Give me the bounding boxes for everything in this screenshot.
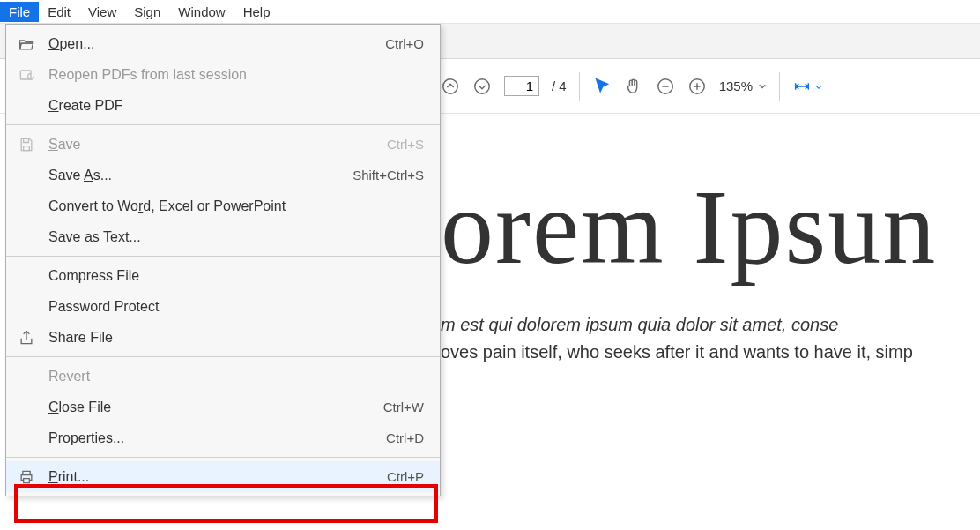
menu-item-close[interactable]: Close File Ctrl+W xyxy=(6,392,440,422)
menu-item-label: Convert to Word, Excel or PowerPoint xyxy=(48,198,424,214)
menu-item-shortcut: Ctrl+O xyxy=(385,36,424,51)
svg-point-0 xyxy=(443,78,458,93)
menu-separator xyxy=(6,124,440,125)
save-icon xyxy=(15,136,38,153)
menu-item-label: Save as Text... xyxy=(48,229,424,245)
page-total: / 4 xyxy=(552,78,567,93)
folder-open-icon xyxy=(15,35,38,53)
chevron-down-icon xyxy=(758,78,767,93)
menu-separator xyxy=(6,457,440,458)
menu-item-shortcut: Ctrl+W xyxy=(383,399,424,414)
menu-view[interactable]: View xyxy=(79,2,125,22)
menu-item-label: Reopen PDFs from last session xyxy=(48,67,424,83)
menu-item-label: Save xyxy=(48,137,387,153)
menu-window[interactable]: Window xyxy=(169,2,234,22)
menu-item-share[interactable]: Share File xyxy=(6,322,440,353)
menu-item-shortcut: Ctrl+P xyxy=(387,469,424,484)
menu-item-label: Compress File xyxy=(48,268,424,284)
menu-item-save-text[interactable]: Save as Text... xyxy=(6,221,440,252)
zoom-out-icon[interactable] xyxy=(656,77,675,96)
menu-item-properties[interactable]: Properties... Ctrl+D xyxy=(6,422,440,453)
menu-item-label: Open... xyxy=(48,36,385,52)
menu-item-label: Create PDF xyxy=(48,98,424,114)
document-content: orem Ipsun m est qui dolorem ipsum quia … xyxy=(441,114,980,530)
menu-item-shortcut: Ctrl+S xyxy=(387,137,424,152)
document-line-2: oves pain itself, who seeks after it and… xyxy=(441,342,980,362)
menu-file[interactable]: File xyxy=(0,2,39,22)
menu-item-shortcut: Shift+Ctrl+S xyxy=(353,168,424,183)
menu-item-reopen: Reopen PDFs from last session xyxy=(6,59,440,90)
menu-item-save: Save Ctrl+S xyxy=(6,129,440,160)
document-line-1: m est qui dolorem ipsum quia dolor sit a… xyxy=(441,315,980,335)
menu-item-label: Password Protect xyxy=(48,299,424,315)
hand-tool-icon[interactable] xyxy=(624,77,643,96)
svg-point-1 xyxy=(475,78,490,93)
separator xyxy=(579,72,580,101)
menu-item-password[interactable]: Password Protect xyxy=(6,291,440,322)
menu-separator xyxy=(6,256,440,257)
menu-item-create-pdf[interactable]: Create PDF xyxy=(6,90,440,121)
menu-item-shortcut: Ctrl+D xyxy=(386,430,424,445)
menu-item-label: Save As... xyxy=(48,168,353,183)
share-icon xyxy=(15,329,38,347)
menubar: File Edit View Sign Window Help xyxy=(0,0,980,24)
selection-tool-icon[interactable] xyxy=(592,77,612,96)
menu-sign[interactable]: Sign xyxy=(125,2,169,22)
page-number-input[interactable] xyxy=(504,76,539,96)
menu-edit[interactable]: Edit xyxy=(39,2,79,22)
zoom-select[interactable]: 135% xyxy=(719,78,767,93)
menu-item-open[interactable]: Open... Ctrl+O xyxy=(6,28,440,59)
menu-item-compress[interactable]: Compress File xyxy=(6,260,440,291)
file-dropdown: Open... Ctrl+O Reopen PDFs from last ses… xyxy=(5,24,441,496)
svg-rect-4 xyxy=(20,71,31,79)
chevron-down-icon[interactable] xyxy=(815,78,822,93)
separator xyxy=(779,72,780,101)
print-icon xyxy=(15,468,38,486)
fit-width-icon[interactable] xyxy=(792,77,812,96)
page-down-icon[interactable] xyxy=(472,77,492,96)
document-title: orem Ipsun xyxy=(441,167,980,288)
menu-item-label: Share File xyxy=(48,330,424,346)
menu-help[interactable]: Help xyxy=(234,2,279,22)
menu-item-print[interactable]: Print... Ctrl+P xyxy=(6,461,440,492)
reopen-icon xyxy=(15,66,38,84)
zoom-value: 135% xyxy=(719,78,753,93)
menu-item-save-as[interactable]: Save As... Shift+Ctrl+S xyxy=(6,160,440,190)
menu-item-label: Print... xyxy=(48,469,387,485)
menu-item-label: Revert xyxy=(48,369,424,384)
menu-separator xyxy=(6,356,440,357)
page-up-icon[interactable] xyxy=(441,77,460,96)
zoom-in-icon[interactable] xyxy=(687,77,707,96)
menu-item-convert[interactable]: Convert to Word, Excel or PowerPoint xyxy=(6,190,440,221)
menu-item-label: Properties... xyxy=(48,430,386,446)
menu-item-label: Close File xyxy=(48,399,383,415)
menu-item-revert: Revert xyxy=(6,361,440,392)
